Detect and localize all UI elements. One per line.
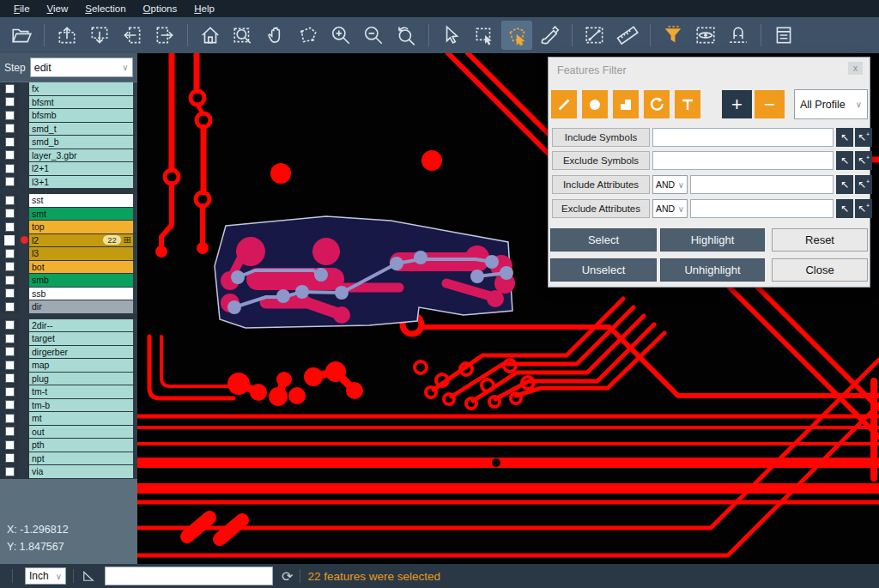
feature-type-line-button[interactable] [551,90,577,118]
pick-add-from-canvas-button[interactable]: ↖+ [855,175,872,194]
layer-name-cell[interactable]: smb [29,274,133,287]
layer-row-layer_3.gbr[interactable]: layer_3.gbr [0,149,137,163]
menu-item-file[interactable]: File [5,2,39,15]
paint-brush-button[interactable] [534,21,565,50]
filter-funnel-button[interactable] [658,21,688,50]
pan-hand-button[interactable] [260,21,291,50]
layer-checkbox[interactable] [5,387,15,397]
close-button[interactable]: Close [772,258,868,282]
pick-from-canvas-button[interactable]: ↖ [836,128,853,147]
layer-row-smd_b[interactable]: smd_b [0,136,137,149]
layer-row-l2+1[interactable]: l2+1 [0,162,137,176]
pick-add-from-canvas-button[interactable]: ↖+ [855,128,872,147]
layer-row-bfsmb[interactable]: bfsmb [0,109,137,123]
filter-value-input[interactable] [652,151,834,170]
layer-grid-icon[interactable]: ⊞ [124,235,131,245]
menu-item-selection[interactable]: Selection [76,2,134,15]
layer-checkbox[interactable] [5,222,15,232]
unselect-button[interactable]: Unselect [550,258,657,282]
layer-checkbox[interactable] [5,262,15,271]
layer-row-dirgerber[interactable]: dirgerber [0,346,137,360]
layer-name-cell[interactable]: dir [29,300,133,313]
layer-row-smt[interactable]: smt [0,208,137,221]
layer-checkbox[interactable] [5,453,15,463]
remove-filter-button[interactable]: − [755,90,785,118]
feature-type-arc-button[interactable] [644,90,670,118]
filter-row-label-button[interactable]: Exclude Attributes [552,199,650,218]
layer-row-plug[interactable]: plug [0,373,137,386]
add-filter-button[interactable]: + [722,90,752,118]
command-input[interactable] [105,567,273,585]
layer-row-via[interactable]: via [0,465,137,479]
home-button[interactable] [195,21,226,50]
layer-row-smd_t[interactable]: smd_t [0,123,137,136]
pick-from-canvas-button[interactable]: ↖ [836,199,853,218]
zoom-out-button[interactable] [358,21,389,50]
select-rectangle-button[interactable] [469,21,500,50]
filter-value-input[interactable] [652,128,834,147]
layer-name-cell[interactable]: l3 [29,247,133,260]
filter-row-label-button[interactable]: Include Symbols [552,128,650,147]
layer-checkbox[interactable] [5,320,15,330]
layer-checkbox[interactable] [5,400,15,409]
layer-checkbox[interactable] [5,249,15,258]
layer-name-cell[interactable]: mt [29,412,133,425]
layer-checkbox[interactable] [5,137,15,147]
layer-row-bot[interactable]: bot [0,261,137,275]
ruler-button[interactable] [612,21,643,50]
filter-value-input[interactable] [690,199,834,218]
layer-row-target[interactable]: target [0,332,137,346]
notes-form-button[interactable] [768,21,799,50]
pick-from-canvas-button[interactable]: ↖ [836,151,853,170]
filter-row-label-button[interactable]: Exclude Symbols [552,151,650,170]
layer-name-cell[interactable]: smd_b [29,136,133,149]
layer-checkbox[interactable] [5,97,15,106]
layer-row-smb[interactable]: smb [0,274,137,288]
show-eye-button[interactable] [690,21,721,50]
layer-name-cell[interactable]: plug [29,373,133,385]
reset-button[interactable]: Reset [772,228,868,252]
layer-checkbox[interactable] [4,235,15,246]
layer-checkbox[interactable] [5,414,15,423]
layer-checkbox[interactable] [5,467,15,476]
layer-name-cell[interactable]: out [29,426,133,439]
refresh-icon[interactable]: ⟳ [282,568,293,585]
dialog-close-button[interactable]: x [848,62,863,75]
layer-row-tm-b[interactable]: tm-b [0,399,137,413]
layer-name-cell[interactable]: 2dir-- [29,319,133,332]
zoom-in-button[interactable] [325,21,356,50]
select-button[interactable]: Select [550,228,657,252]
snap-angle-icon[interactable] [81,568,96,584]
layer-row-fx[interactable]: fx [0,82,137,96]
layer-checkbox[interactable] [5,373,15,383]
layer-row-ssb[interactable]: ssb [0,288,137,301]
layer-checkbox[interactable] [5,302,15,312]
select-arrow-button[interactable] [436,21,467,50]
pan-left-button[interactable] [117,21,148,50]
and-or-select[interactable]: AND∨ [652,199,688,218]
layer-row-pth[interactable]: pth [0,439,137,452]
layer-row-2dir--[interactable]: 2dir-- [0,319,137,333]
pan-right-button[interactable] [149,21,180,50]
and-or-select[interactable]: AND∨ [652,175,688,194]
layer-name-cell[interactable]: bot [29,261,133,274]
layer-name-cell[interactable]: top [29,221,133,233]
layer-name-cell[interactable]: dirgerber [29,346,133,359]
layer-row-l3[interactable]: l3 [0,247,137,261]
layer-checkbox[interactable] [5,288,15,298]
menu-item-help[interactable]: Help [185,2,223,15]
pick-add-from-canvas-button[interactable]: ↖+ [855,151,872,170]
layer-checkbox[interactable] [5,177,15,186]
layer-name-cell[interactable]: map [29,359,133,372]
layer-row-top[interactable]: top [0,221,137,234]
layer-name-cell[interactable]: layer_3.gbr [29,149,133,162]
filter-value-input[interactable] [690,175,834,194]
layer-name-cell[interactable]: tm-b [29,399,133,412]
select-polygon-button[interactable] [501,21,532,50]
layer-checkbox[interactable] [5,84,15,94]
layer-checkbox[interactable] [5,361,15,370]
layer-row-l2[interactable]: l222⊞ [0,234,137,248]
layer-name-cell[interactable]: ssb [29,288,133,300]
zoom-polygon-button[interactable] [293,21,324,50]
layer-name-cell[interactable]: l222⊞ [29,234,133,247]
